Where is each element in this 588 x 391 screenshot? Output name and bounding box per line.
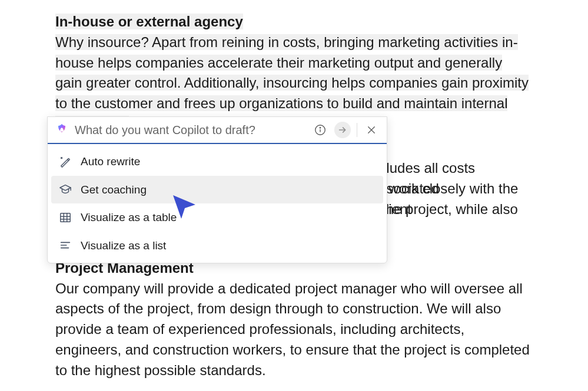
- submit-arrow-icon[interactable]: [334, 122, 351, 138]
- menu-item-visualize-table[interactable]: Visualize as a table: [51, 203, 383, 232]
- graduation-cap-icon: [58, 182, 72, 196]
- copilot-header: [48, 117, 387, 144]
- list-icon: [58, 238, 72, 252]
- menu-label: Auto rewrite: [81, 153, 140, 170]
- section-project-management: Project Management Our company will prov…: [55, 258, 533, 381]
- copilot-menu: Auto rewrite Get coaching: [48, 144, 387, 263]
- section-body: Our company will provide a dedicated pro…: [55, 279, 533, 381]
- info-icon[interactable]: [312, 122, 328, 138]
- svg-point-2: [320, 128, 320, 128]
- close-icon[interactable]: [363, 122, 380, 138]
- copilot-logo-icon: [55, 123, 69, 137]
- menu-label: Visualize as a list: [81, 238, 166, 254]
- obscured-text-line3: the project, while also: [382, 199, 518, 220]
- menu-label: Visualize as a table: [81, 209, 177, 226]
- menu-item-auto-rewrite[interactable]: Auto rewrite: [51, 148, 383, 176]
- menu-item-get-coaching[interactable]: Get coaching: [51, 176, 383, 204]
- copilot-draft-input[interactable]: [75, 123, 306, 137]
- copilot-popup: Auto rewrite Get coaching: [47, 116, 387, 263]
- svg-rect-9: [61, 213, 71, 222]
- menu-label: Get coaching: [81, 182, 147, 198]
- section-heading: In-house or external agency: [55, 14, 243, 29]
- divider: [357, 123, 357, 137]
- menu-item-visualize-list[interactable]: Visualize as a list: [51, 232, 383, 260]
- table-icon: [58, 210, 72, 225]
- wand-icon: [58, 155, 72, 169]
